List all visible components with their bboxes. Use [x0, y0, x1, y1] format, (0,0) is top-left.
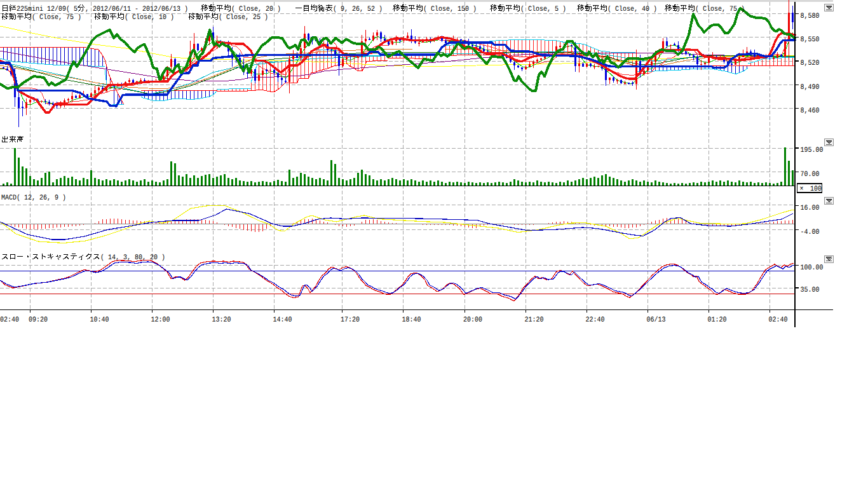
svg-text:195.00: 195.00	[801, 146, 824, 154]
svg-text:( 9, 26, 52 ): ( 9, 26, 52 )	[333, 5, 383, 13]
svg-text:35.00: 35.00	[801, 286, 820, 294]
svg-text:( 14, 3, 80, 20 ): ( 14, 3, 80, 20 )	[100, 254, 165, 262]
svg-text:10:40: 10:40	[90, 316, 109, 324]
svg-text:8,490: 8,490	[801, 83, 820, 92]
svg-text:22:40: 22:40	[586, 316, 605, 324]
svg-text:16.00: 16.00	[801, 204, 820, 212]
svg-text:8,550: 8,550	[801, 36, 820, 44]
svg-text:MACD( 12, 26, 9 ): MACD( 12, 26, 9 )	[1, 194, 66, 202]
svg-text:70.00: 70.00	[801, 170, 820, 179]
svg-text:100: 100	[810, 185, 822, 193]
svg-text:09:20: 09:20	[29, 316, 48, 324]
svg-text:8,580: 8,580	[801, 12, 820, 20]
svg-text:13:20: 13:20	[212, 316, 231, 324]
svg-text:( Close, 150 ): ( Close, 150 )	[423, 5, 477, 13]
svg-text:14:40: 14:40	[273, 316, 292, 324]
svg-text:06/13: 06/13	[647, 316, 666, 324]
svg-text:( Close, 20 ): ( Close, 20 )	[231, 5, 281, 13]
svg-text:( Close, 75 ): ( Close, 75 )	[695, 5, 745, 13]
svg-text:17:20: 17:20	[341, 316, 360, 324]
svg-text:, 2012/06/11 - 2012/06/13 ): , 2012/06/11 - 2012/06/13 )	[85, 5, 188, 13]
svg-text:8,460: 8,460	[801, 107, 820, 115]
svg-text:100.00: 100.00	[801, 264, 824, 272]
svg-text:×: ×	[800, 185, 804, 193]
svg-text:( Close, 40 ): ( Close, 40 )	[607, 5, 657, 13]
svg-text:( Close, 10 ): ( Close, 10 )	[125, 13, 174, 22]
svg-text:-4.00: -4.00	[801, 228, 820, 236]
svg-text:( Close, 25 ): ( Close, 25 )	[219, 13, 268, 22]
svg-text:225mini 12/09( 5: 225mini 12/09( 5	[17, 5, 78, 13]
svg-text:18:40: 18:40	[402, 316, 421, 324]
svg-text:( Close, 75 ): ( Close, 75 )	[32, 13, 81, 22]
svg-text:20:00: 20:00	[463, 316, 482, 324]
svg-text:( Close, 5 ): ( Close, 5 )	[520, 5, 566, 13]
svg-text:02:40: 02:40	[769, 316, 788, 324]
svg-text:21:20: 21:20	[525, 316, 544, 324]
svg-text:8,520: 8,520	[801, 59, 820, 67]
svg-text:01:20: 01:20	[708, 316, 727, 324]
svg-text:02:40: 02:40	[0, 316, 19, 324]
svg-text:12:00: 12:00	[151, 316, 170, 324]
